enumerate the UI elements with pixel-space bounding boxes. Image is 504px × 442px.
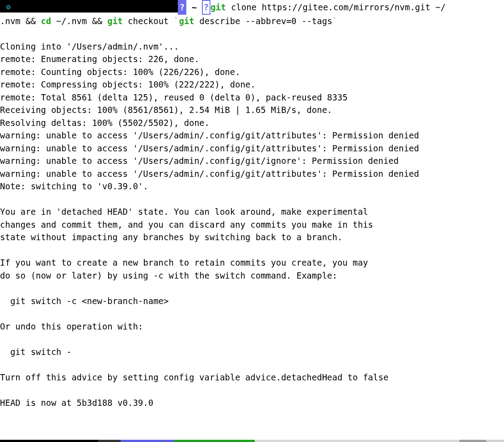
output-line: You are in 'detached HEAD' state. You ca… xyxy=(0,207,368,217)
gear-icon: ⚙ xyxy=(6,2,11,13)
output-line: warning: unable to access '/Users/admin/… xyxy=(0,169,419,179)
output-line: git switch -c <new-branch-name> xyxy=(0,296,169,306)
status-seg xyxy=(459,440,486,442)
output-line: changes and commit them, and you can dis… xyxy=(0,220,373,229)
cmd-text: ~/.nvm xyxy=(51,16,92,26)
output-line: do so (now or later) by using -c with th… xyxy=(0,271,337,280)
output-line: Turn off this advice by setting config v… xyxy=(0,372,388,382)
output-line: warning: unable to access '/Users/admin/… xyxy=(0,143,419,153)
terminal[interactable]: ⚙? ~ ?git clone https://gitee.com/mirror… xyxy=(0,0,504,409)
status-seg xyxy=(0,440,98,442)
status-seg xyxy=(174,440,255,442)
output-line: remote: Counting objects: 100% (226/226)… xyxy=(0,67,240,77)
output-line: state without impacting any branches by … xyxy=(0,232,342,242)
window-titlebar: ⚙ xyxy=(0,0,178,13)
cmd-git: git xyxy=(210,2,226,12)
output-line: remote: Compressing objects: 100% (222/2… xyxy=(0,79,256,89)
status-seg xyxy=(486,440,504,442)
output-line: remote: Total 8561 (delta 125), reused 0… xyxy=(0,92,348,102)
cmd-cd: cd xyxy=(36,16,51,26)
output-line: Note: switching to 'v0.39.0'. xyxy=(0,181,148,191)
output-line: If you want to create a new branch to re… xyxy=(0,258,368,267)
output-line: HEAD is now at 5b3d188 v0.39.0 xyxy=(0,398,153,408)
status-seg xyxy=(255,440,459,442)
output-line: warning: unable to access '/Users/admin/… xyxy=(0,130,419,140)
output-line: Resolving deltas: 100% (5502/5502), done… xyxy=(0,118,210,128)
cmd-backtick: ` xyxy=(174,16,179,26)
output-line: warning: unable to access '/Users/admin/… xyxy=(0,156,399,166)
output-line: Cloning into '/Users/admin/.nvm'... xyxy=(0,42,179,51)
output-line: Receiving objects: 100% (8561/8561), 2.5… xyxy=(0,105,332,115)
output-line: remote: Enumerating objects: 226, done. xyxy=(0,54,199,64)
status-seg xyxy=(98,440,121,442)
prompt-user-box: ? xyxy=(178,0,186,15)
cmd-op: && xyxy=(92,16,102,26)
prompt-status-box: ? xyxy=(202,0,210,15)
cmd-text: clone https://gitee.com/mirrors/nvm.git … xyxy=(226,2,446,12)
cmd-text: .nvm xyxy=(0,16,25,26)
cmd-backtick: ` xyxy=(332,16,337,26)
tmux-statusbar xyxy=(0,440,504,442)
cmd-text: checkout xyxy=(123,16,174,26)
output-line: Or undo this operation with: xyxy=(0,321,143,331)
cmd-text: describe --abbrev=0 --tags xyxy=(194,16,332,26)
output-line: git switch - xyxy=(0,347,71,357)
status-seg xyxy=(121,440,174,442)
prompt-cwd: ~ xyxy=(186,2,202,12)
cmd-git: git xyxy=(179,16,194,26)
cmd-op: && xyxy=(25,16,36,26)
cmd-git: git xyxy=(102,16,123,26)
